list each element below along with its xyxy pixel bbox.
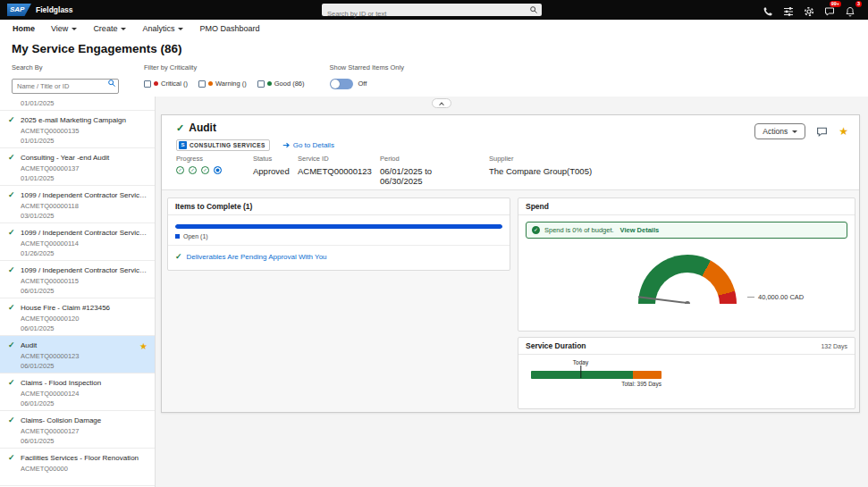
nav-view[interactable]: View	[51, 24, 77, 33]
list-item-partial[interactable]: 01/01/2025	[0, 97, 155, 111]
search-by-label: Search By	[12, 63, 119, 71]
list-item[interactable]: ✓ 1099 / Independent Contractor Service …	[0, 223, 155, 261]
notifications-icon[interactable]: 3	[845, 4, 855, 15]
app-root: SAP Fieldglass 99+ 3	[0, 0, 868, 487]
nav-pmo-dashboard[interactable]: PMO Dashboard	[199, 24, 259, 33]
starred-icon[interactable]: ★	[139, 341, 147, 351]
engagement-date: 01/26/2025	[21, 249, 147, 257]
engagement-date: 06/01/2025	[21, 324, 147, 332]
list-item[interactable]: ✓ Consulting - Year -end Audit ACMETQ000…	[0, 148, 155, 186]
engagement-date: 01/01/2025	[21, 99, 55, 107]
detail-title-row: ✓ Audit	[176, 122, 216, 134]
supplier-value: The Compare Group(T005)	[489, 166, 592, 176]
nav-home[interactable]: Home	[13, 24, 35, 33]
progress-step-current-icon	[214, 166, 222, 174]
progress-steps: ✓ ✓ ✓	[176, 166, 239, 174]
engagement-check-icon: ✓	[8, 265, 15, 274]
spend-budget-value: 40,000.00 CAD	[758, 293, 804, 301]
criticality-dot-0	[154, 81, 158, 86]
critical-label: Critical ()	[161, 80, 188, 88]
list-item[interactable]: ✓ 1099 / Independent Contractor Service …	[0, 261, 155, 298]
messages-badge: 99+	[830, 1, 841, 7]
settings-sliders-icon[interactable]	[783, 4, 794, 15]
service-type-label: CONSULTING SERVICES	[190, 142, 265, 148]
actions-button[interactable]: Actions	[754, 123, 805, 139]
list-item[interactable]: ✓ Claims- Colision Damage ACMETQ00000127…	[0, 411, 155, 449]
list-item[interactable]: ✓ House Fire - Claim #123456 ACMETQ00000…	[0, 298, 155, 336]
success-check-icon: ✓	[532, 226, 540, 234]
checkbox-good[interactable]: Good (86)	[257, 80, 305, 88]
list-search[interactable]	[12, 76, 119, 91]
warning-label: Warning ()	[215, 80, 247, 88]
search-icon	[529, 5, 538, 14]
spend-gauge	[638, 255, 737, 304]
check-icon: ✓	[175, 252, 182, 261]
checkbox-warning[interactable]: Warning ()	[198, 80, 247, 88]
list-item-selected[interactable]: ✓ Audit ACMETQ00000123 06/01/2025 ★	[0, 336, 155, 374]
topbar-icons: 99+ 3	[763, 0, 855, 20]
page-title: My Service Engagements (86)	[12, 42, 182, 55]
favorite-star-icon[interactable]: ★	[839, 125, 848, 138]
global-search[interactable]	[322, 4, 542, 16]
checkbox-icon[interactable]	[257, 80, 265, 88]
nav-analytics[interactable]: Analytics	[142, 24, 183, 33]
engagement-id: ACMETQ00000114	[21, 239, 147, 248]
gear-icon[interactable]	[804, 4, 814, 15]
main-nav: Home View Create Analytics PMO Dashboard	[0, 20, 868, 38]
nav-create[interactable]: Create	[93, 24, 126, 33]
actions-label: Actions	[763, 127, 788, 136]
items-link-row: ✓ Deliverables Are Pending Approval With…	[175, 252, 502, 261]
list-search-input[interactable]	[12, 79, 119, 94]
deliverables-pending-link[interactable]: Deliverables Are Pending Approval With Y…	[187, 253, 327, 261]
starred-only-label: Show Starred Items Only	[330, 63, 404, 71]
toggle-state-label: Off	[358, 80, 367, 88]
engagement-check-icon: ✓	[8, 340, 15, 349]
engagement-title: 1099 / Independent Contractor Service - …	[21, 266, 147, 274]
engagement-date: 03/01/2025	[21, 212, 147, 220]
chevron-down-icon	[72, 28, 77, 33]
engagement-title: House Fire - Claim #123456	[21, 304, 147, 312]
comment-icon[interactable]	[816, 126, 828, 138]
chevron-down-icon	[178, 28, 183, 33]
nav-pmo-label: PMO Dashboard	[199, 24, 259, 33]
service-id-label: Service ID	[298, 155, 366, 163]
starred-toggle[interactable]	[330, 79, 353, 89]
nav-home-label: Home	[13, 24, 35, 33]
arrow-right-icon	[282, 141, 291, 149]
filter-criticality-group: Filter by Criticality Critical () Warnin…	[144, 63, 305, 91]
engagement-title: Facilities Services - Floor Renovation	[21, 454, 147, 462]
checkbox-critical[interactable]: Critical ()	[144, 80, 188, 88]
engagement-id: ACMETQ00000124	[21, 390, 147, 398]
list-item[interactable]: ✓ Facilities Services - Floor Renovation…	[0, 449, 155, 486]
spend-gauge-label: 40,000.00 CAD	[747, 293, 804, 301]
engagement-title: Claims- Colision Damage	[21, 416, 147, 424]
duration-bar	[531, 371, 662, 379]
gauge-tick-icon	[747, 297, 754, 298]
go-to-details-link[interactable]: Go to Details	[282, 141, 334, 149]
period-value: 06/01/2025 to 06/30/2025	[380, 166, 475, 186]
criticality-label: Filter by Criticality	[144, 63, 305, 71]
engagement-date: 01/01/2025	[21, 174, 147, 182]
list-item[interactable]: ✓ 2025 e-mail Marketing Campaign ACMETQ0…	[0, 111, 155, 148]
detail-fields: Progress ✓ ✓ ✓ Status Approved Service I…	[176, 155, 592, 186]
list-item[interactable]: ✓ Claims - Flood Inspection ACMETQ000001…	[0, 374, 155, 411]
spend-view-details-link[interactable]: View Details	[620, 226, 660, 234]
phone-icon[interactable]	[763, 4, 773, 15]
collapse-filters-button[interactable]	[432, 98, 451, 108]
items-open-bar	[175, 224, 502, 229]
checkbox-icon[interactable]	[198, 80, 206, 88]
engagement-id: ACMETQ00000137	[21, 164, 147, 172]
detail-actions: Actions ★	[754, 123, 848, 139]
toggle-knob-icon	[331, 80, 340, 88]
progress-step-done-icon: ✓	[201, 166, 209, 174]
checkbox-icon[interactable]	[144, 80, 151, 88]
global-search-input[interactable]	[322, 8, 542, 21]
list-item[interactable]: ✓ 1099 / Independent Contractor Service …	[0, 186, 155, 223]
progress-label: Progress	[176, 155, 239, 163]
search-icon	[107, 79, 116, 88]
brand-fieldglass: Fieldglass	[36, 5, 73, 14]
progress-step-done-icon: ✓	[189, 166, 197, 174]
field-supplier: Supplier The Compare Group(T005)	[489, 155, 592, 186]
messages-icon[interactable]: 99+	[824, 4, 835, 15]
duration-card-header: Service Duration 132 Days	[518, 338, 855, 355]
